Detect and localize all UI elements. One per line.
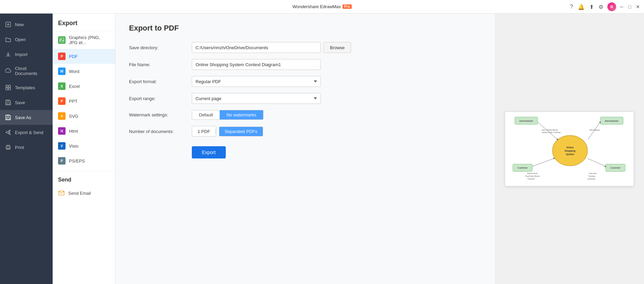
- sidebar-print-label: Print: [15, 145, 24, 150]
- save-icon: [5, 99, 12, 106]
- titlebar-icon-group: ? 🔔 ⬆ ⚙: [570, 3, 603, 10]
- send-item-email[interactable]: Send Email: [53, 186, 115, 200]
- svg-text:Payment: Payment: [528, 178, 535, 180]
- app-title: Wondershare EdrawMax: [292, 4, 341, 9]
- export-send-icon: [5, 129, 12, 136]
- preview-diagram: Online Shopping System Administrator Adm…: [505, 112, 634, 186]
- format-item-svg[interactable]: S SVG: [53, 109, 115, 124]
- format-html-label: Html: [69, 129, 78, 134]
- svg-rect-14: [60, 38, 64, 42]
- docs-count-display: 1 PDF: [192, 126, 216, 137]
- share-icon[interactable]: ⬆: [589, 3, 594, 10]
- svg-text:Give Item: Give Item: [589, 172, 597, 174]
- format-item-ppt[interactable]: P PPT: [53, 94, 115, 109]
- avatar[interactable]: R: [607, 2, 616, 11]
- pdf-format-icon: P: [58, 53, 66, 60]
- export-button[interactable]: Export: [192, 146, 226, 158]
- page-title: Export to PDF: [129, 24, 481, 33]
- sidebar-item-export[interactable]: Export & Send: [0, 125, 53, 140]
- import-icon: [5, 51, 12, 58]
- svg-text:Administrator: Administrator: [605, 119, 619, 122]
- sidebar-item-new[interactable]: New: [0, 17, 53, 32]
- svg-text:Search Book: Search Book: [527, 172, 537, 174]
- sidebar-export-label: Export & Send: [15, 130, 43, 135]
- export-range-row: Export range: Current page All pages Sel…: [129, 93, 481, 104]
- sidebar-import-label: Import: [15, 52, 27, 57]
- format-pdf-label: PDF: [69, 54, 78, 59]
- svg-text:Online: Online: [566, 146, 574, 149]
- sidebar-item-print[interactable]: Print: [0, 140, 53, 155]
- pseps-format-icon: P: [58, 157, 66, 165]
- save-directory-label: Save directory:: [129, 45, 192, 50]
- watermark-none-btn[interactable]: No watermarks: [220, 110, 263, 119]
- visio-format-icon: V: [58, 142, 66, 150]
- sidebar-item-saveas[interactable]: Save As: [0, 110, 53, 125]
- help-icon[interactable]: ?: [570, 4, 573, 10]
- format-svg-label: SVG: [69, 114, 78, 119]
- watermark-toggle-group: Default No watermarks: [192, 110, 263, 120]
- html-format-icon: H: [58, 127, 66, 135]
- second-panel: Export Graphics (PNG, JPG et... P PDF W …: [53, 14, 115, 284]
- sidebar-open-label: Open: [15, 37, 26, 42]
- svg-format-icon: S: [58, 112, 66, 120]
- format-item-pseps[interactable]: P PS/EPS: [53, 153, 115, 168]
- notification-icon[interactable]: 🔔: [578, 3, 585, 10]
- settings-icon[interactable]: ⚙: [599, 3, 603, 10]
- sidebar-item-templates[interactable]: Templates: [0, 80, 53, 95]
- sidebar-templates-label: Templates: [15, 85, 35, 90]
- svg-rect-5: [6, 88, 8, 90]
- watermark-default-btn[interactable]: Default: [192, 110, 220, 119]
- export-format-row: Export format: Regular PDF PDF/A PDF/X: [129, 76, 481, 87]
- sidebar-cloud-label: Cloud Documents: [15, 66, 48, 76]
- export-format-select[interactable]: Regular PDF PDF/A PDF/X: [192, 76, 321, 87]
- sidebar: New Open Import Cloud Documents: [0, 14, 53, 284]
- email-icon: [58, 190, 65, 196]
- format-item-word[interactable]: W Word: [53, 64, 115, 79]
- docs-type-group: Separated PDFs: [219, 127, 263, 136]
- format-graphics-label: Graphics (PNG, JPG et...: [69, 35, 110, 45]
- main-content: Export to PDF Save directory: Browse Fil…: [115, 14, 495, 284]
- format-item-pdf[interactable]: P PDF: [53, 49, 115, 64]
- format-item-visio[interactable]: V Visio: [53, 138, 115, 153]
- saveas-icon: [5, 114, 12, 121]
- sidebar-item-save[interactable]: Save: [0, 95, 53, 110]
- preview-panel: Online Shopping System Administrator Adm…: [495, 14, 644, 284]
- docs-separated-btn[interactable]: Separated PDFs: [219, 127, 263, 136]
- sidebar-item-import[interactable]: Import: [0, 47, 53, 62]
- sidebar-item-cloud[interactable]: Cloud Documents: [0, 62, 53, 80]
- app-body: New Open Import Cloud Documents: [0, 14, 644, 284]
- maximize-button[interactable]: □: [627, 4, 632, 10]
- export-range-label: Export range:: [129, 96, 192, 101]
- sidebar-new-label: New: [15, 22, 24, 27]
- word-format-icon: W: [58, 68, 66, 75]
- format-excel-label: Excel: [69, 84, 80, 89]
- file-name-input[interactable]: [192, 59, 321, 70]
- browse-button[interactable]: Browse: [324, 42, 351, 53]
- pro-badge: Pro: [343, 4, 352, 9]
- save-directory-row: Save directory: Browse: [129, 42, 481, 53]
- svg-text:Customer: Customer: [517, 167, 528, 169]
- svg-text:Buy/Order Books: Buy/Order Books: [526, 175, 540, 177]
- save-directory-input[interactable]: [192, 42, 321, 53]
- svg-text:Tracking: Tracking: [588, 175, 595, 177]
- excel-format-icon: X: [58, 82, 66, 90]
- format-item-html[interactable]: H Html: [53, 124, 115, 138]
- sidebar-item-open[interactable]: Open: [0, 32, 53, 47]
- format-ppt-label: PPT: [69, 99, 77, 104]
- close-button[interactable]: ✕: [635, 4, 641, 10]
- graphics-format-icon: [58, 36, 66, 44]
- format-word-label: Word: [69, 69, 79, 74]
- docs-count-value: 1 PDF: [192, 129, 216, 134]
- export-range-select[interactable]: Current page All pages Selected pages: [192, 93, 321, 104]
- svg-rect-6: [8, 88, 11, 90]
- format-item-graphics[interactable]: Graphics (PNG, JPG et...: [53, 31, 115, 49]
- cloud-icon: [5, 68, 12, 74]
- export-header: Export: [53, 14, 115, 31]
- format-item-excel[interactable]: X Excel: [53, 79, 115, 94]
- minimize-button[interactable]: ─: [619, 4, 624, 10]
- svg-text:Update Order Tracking: Update Order Tracking: [542, 131, 560, 133]
- svg-text:Add / Modify Blocks: Add / Modify Blocks: [542, 129, 558, 131]
- svg-text:System: System: [566, 153, 574, 155]
- send-email-label: Send Email: [68, 191, 91, 196]
- send-header: Send: [53, 171, 115, 186]
